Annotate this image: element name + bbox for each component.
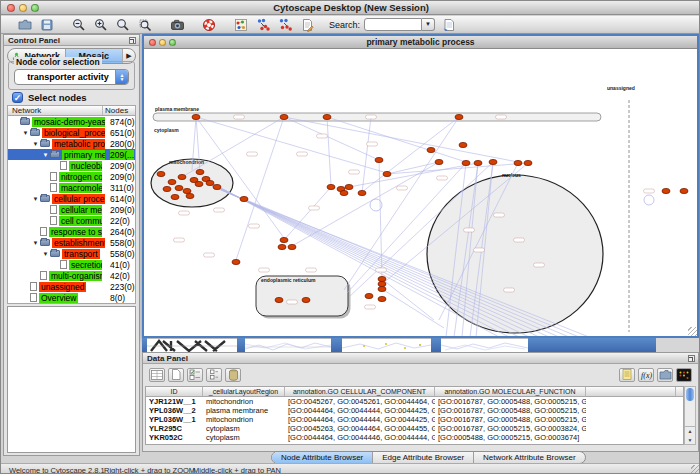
apply-layout-2-icon[interactable] [277,17,293,33]
zoom-in-icon[interactable] [93,17,109,33]
table-row[interactable]: YLR295Ccytoplasm[GO:0045263, GO:0044464,… [146,424,683,433]
tree-item[interactable]: mosaic-demo-yeast874(0) [8,116,135,127]
network-node[interactable] [280,114,288,119]
tree-item[interactable]: ▼primary metabo209(... [8,149,135,160]
tree-item[interactable]: Overview8(0) [8,292,135,303]
network-node[interactable] [178,174,186,179]
network-edge[interactable] [327,117,466,162]
network-edge[interactable] [196,117,387,173]
window-resize-grip-icon[interactable] [691,465,700,474]
network-node[interactable] [340,190,348,195]
network-node[interactable] [514,160,522,165]
float-panel-icon[interactable] [129,37,136,44]
tree-item[interactable]: multi-organism pro42(0) [8,270,135,281]
background-window[interactable] [441,338,528,352]
network-graph[interactable]: plasma membranecytoplasmmitochondrionnuc… [144,50,697,336]
network-node[interactable] [163,186,171,191]
import-attributes-icon[interactable] [441,17,457,33]
network-node[interactable] [680,188,688,193]
network-node[interactable] [427,147,435,152]
import-table-icon[interactable] [657,368,673,382]
tree-item[interactable]: secretion41(0) [8,259,135,270]
scrollbar-thumb[interactable] [686,388,694,401]
network-node[interactable] [196,169,204,174]
attribute-pair-icon[interactable] [206,368,222,382]
tree-expander-icon[interactable]: ▼ [41,251,50,257]
network-node[interactable] [232,259,240,264]
network-edge[interactable] [349,163,478,187]
network-node[interactable] [157,171,165,176]
network-node[interactable] [213,184,221,189]
apply-layout-1-icon[interactable] [255,17,271,33]
canvas-resize-grip-icon[interactable] [688,327,697,336]
help-lifering-icon[interactable] [201,17,217,33]
save-session-icon[interactable] [39,17,55,33]
tree-item[interactable]: ▼biological_process651(0) [8,127,135,138]
window-titlebar[interactable]: Cytoscape Desktop (New Session) [1,1,700,15]
node-color-attribute-select[interactable]: transporter activity ▲▼ [14,69,129,85]
background-window[interactable] [147,338,237,352]
network-edge[interactable] [284,117,518,162]
tree-item[interactable]: unassigned223(0) [8,281,135,292]
network-node[interactable] [378,281,386,286]
attribute-checklist-icon[interactable] [187,368,203,382]
network-node[interactable] [383,171,391,176]
network-node[interactable] [278,244,286,249]
tree-column-nodes[interactable]: Nodes [102,106,135,115]
table-row[interactable]: YKR052Ccytoplasm[GO:0044464, GO:0044446,… [146,433,683,442]
network-node[interactable] [323,114,331,119]
network-node[interactable] [186,193,194,198]
network-node[interactable] [365,293,373,298]
network-edge[interactable] [362,117,459,192]
attribute-matrix-icon[interactable] [676,368,692,382]
table-column-header[interactable]: annotation.GO MOLECULAR_FUNCTION [435,387,586,396]
region-plasma-membrane[interactable] [153,113,601,121]
float-panel-icon[interactable] [688,355,695,362]
search-dropdown-button[interactable]: ▼ [422,18,435,31]
zoom-button[interactable] [31,4,39,12]
zoom-fit-icon[interactable] [115,17,131,33]
attribute-tab[interactable]: Network Attribute Browser [473,452,584,463]
delete-attribute-icon[interactable] [225,368,241,382]
network-node[interactable] [327,184,335,189]
tree-item[interactable]: ▼metabolic process280(0) [8,138,135,149]
formula-fx-icon[interactable]: f(x) [638,368,654,382]
table-row[interactable]: YPL036W__2plasma membrane[GO:0044464, GO… [146,406,683,415]
network-node[interactable] [358,190,366,195]
select-attributes-icon[interactable] [149,368,165,382]
network-node[interactable] [183,188,191,193]
network-node[interactable] [455,114,463,119]
tree-expander-icon[interactable]: ▼ [31,240,40,246]
network-node[interactable] [195,181,203,186]
select-nodes-checkbox[interactable]: ✓ [12,92,23,103]
network-node[interactable] [462,160,470,165]
network-node[interactable] [345,184,353,189]
scrollbar-arrows-icon[interactable]: ▲▼ [685,426,695,444]
network-node[interactable] [375,157,383,162]
background-window[interactable] [342,338,431,352]
zoom-selected-region-icon[interactable] [137,17,153,33]
network-node[interactable] [206,180,214,185]
tree-item[interactable]: cellular metabol209(0) [8,204,135,215]
frame-zoom-button[interactable] [169,39,176,46]
table-column-header[interactable]: ID [146,387,203,396]
tree-item[interactable]: nitrogen compo209(0) [8,171,135,182]
network-node[interactable] [302,297,310,302]
notes-icon[interactable] [619,368,635,382]
tree-item[interactable]: ▼establishment of lo558(0) [8,237,135,248]
network-node[interactable] [288,244,296,249]
network-edge[interactable] [327,117,331,186]
network-edge[interactable] [362,117,371,193]
network-node[interactable] [662,188,670,193]
network-edge[interactable] [236,117,284,260]
network-self-loop-edge[interactable] [644,195,654,205]
minimize-button[interactable] [19,4,27,12]
export-snapshot-icon[interactable] [169,17,185,33]
network-node[interactable] [435,159,443,164]
network-node[interactable] [378,286,386,291]
network-node[interactable] [171,194,179,199]
table-row[interactable]: YDR039C__1mitochondrion[GO:0044464, GO:0… [146,442,683,445]
attribute-tab[interactable]: Node Attribute Browser [272,452,372,463]
birds-eye-view[interactable] [7,306,136,453]
frame-close-button[interactable] [149,39,156,46]
